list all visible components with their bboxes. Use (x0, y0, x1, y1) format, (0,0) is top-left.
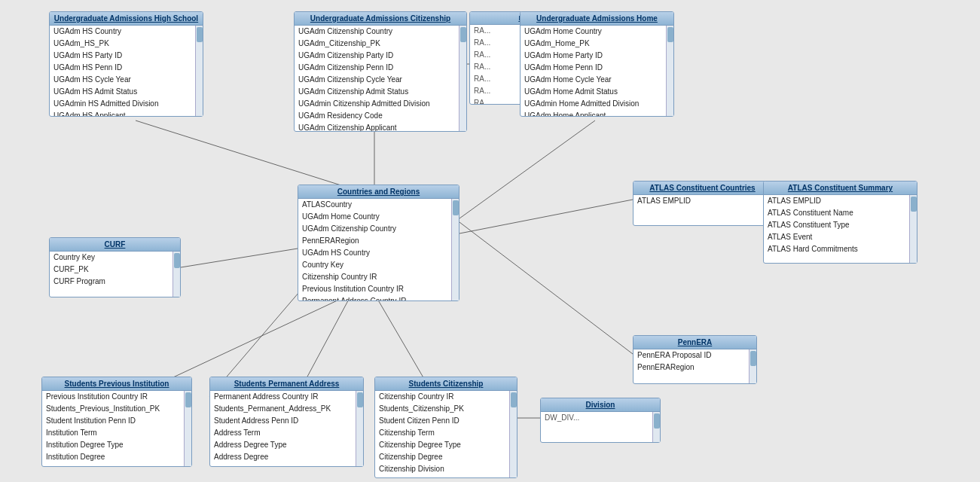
table-row[interactable]: Country Key (50, 252, 171, 264)
table-curf: CURF Country Key CURF_PK CURF Program (49, 237, 181, 297)
table-atlas-cs-header[interactable]: ATLAS Constituent Summary (764, 182, 917, 195)
table-row[interactable]: ATLASCountry (298, 199, 450, 211)
table-row[interactable]: Institution Degree Type (42, 439, 182, 451)
table-ug-hs: Undergraduate Admissions High School UGA… (49, 11, 203, 117)
table-row[interactable]: Student Institution Penn ID (42, 415, 182, 427)
table-row[interactable]: Country Key (298, 259, 450, 271)
table-ug-hs-header[interactable]: Undergraduate Admissions High School (50, 12, 203, 26)
table-row[interactable]: Citizenship Division (375, 463, 508, 475)
table-row[interactable]: Student Address Penn ID (210, 415, 354, 427)
svg-line-8 (301, 294, 352, 388)
table-ug-cit-header[interactable]: Undergraduate Admissions Citizenship (295, 12, 466, 26)
table-row[interactable]: DW_DIV... (541, 412, 651, 424)
table-row[interactable]: ATLAS Event (764, 231, 908, 243)
table-row[interactable]: UGAdm HS Admit Status (50, 86, 194, 98)
table-row[interactable]: Citizenship Degree Type (375, 439, 508, 451)
table-row[interactable]: UGAdm Citizenship Country (295, 26, 457, 38)
table-row[interactable]: UGAdm Home Country (521, 26, 664, 38)
table-row[interactable]: UGAdm HS Party ID (50, 50, 194, 62)
table-atlas-cc-header[interactable]: ATLAS Constituent Countries (633, 182, 771, 195)
table-row[interactable]: UGAdm Home Applicant (521, 110, 664, 116)
table-row[interactable]: CURF_PK (50, 264, 171, 276)
table-row[interactable]: PennERARegion (633, 362, 747, 374)
table-row[interactable]: UGAdm Citizenship Country (298, 223, 450, 235)
svg-line-5 (181, 249, 298, 267)
table-row[interactable]: Address Degree Type (210, 439, 354, 451)
table-row[interactable]: Institution Term (42, 427, 182, 439)
table-division: Division DW_DIV... (540, 398, 661, 443)
table-row[interactable]: Address Degree (210, 451, 354, 463)
svg-line-7 (151, 294, 352, 388)
table-row[interactable]: UGAdm Citizenship Cycle Year (295, 74, 457, 86)
table-row[interactable]: UGAdmin HS Admitted Division (50, 98, 194, 110)
table-students-prev-header[interactable]: Students Previous Institution (42, 377, 191, 391)
table-row[interactable]: CURF Program (50, 276, 171, 288)
table-row[interactable]: ATLAS EMPLID (764, 195, 908, 207)
svg-line-6 (459, 222, 633, 354)
table-row[interactable]: UGAdm Home Country (298, 211, 450, 223)
table-row[interactable]: UGAdmin Citizenship Admitted Division (295, 98, 457, 110)
table-ug-home: Undergraduate Admissions Home UGAdm Home… (520, 11, 674, 117)
table-row[interactable]: UGAdm HS Applicant (50, 110, 194, 116)
svg-line-1 (459, 120, 595, 218)
table-row[interactable]: Previous Institution Country IR (298, 283, 450, 295)
table-row[interactable]: Students_Permanent_Address_PK (210, 403, 354, 415)
table-curf-header[interactable]: CURF (50, 238, 180, 252)
table-row[interactable]: Permanent Address Country IR (298, 295, 450, 300)
table-row[interactable]: PennERARegion (298, 235, 450, 247)
svg-line-3 (459, 200, 633, 233)
table-row[interactable]: UGAdmin Home Admitted Division (521, 98, 664, 110)
table-students-perm: Students Permanent Address Permanent Add… (209, 377, 364, 467)
table-row[interactable]: Citizenship Term (375, 427, 508, 439)
table-row[interactable]: ATLAS Hard Commitments (764, 243, 908, 255)
table-row[interactable]: UGAdm HS Country (298, 247, 450, 259)
table-row[interactable]: PennERA Proposal ID (633, 349, 747, 362)
table-row[interactable]: UGAdm HS Cycle Year (50, 74, 194, 86)
table-pennera-header[interactable]: PennERA (633, 336, 756, 349)
table-students-cit: Students Citizenship Citizenship Country… (374, 377, 517, 478)
table-ug-cit: Undergraduate Admissions Citizenship UGA… (294, 11, 467, 132)
svg-line-9 (374, 294, 429, 388)
table-division-header[interactable]: Division (541, 398, 660, 412)
table-countries-header[interactable]: Countries and Regions (298, 185, 459, 199)
table-ug-home-header[interactable]: Undergraduate Admissions Home (521, 12, 673, 26)
table-row[interactable]: UGAdm_Home_PK (521, 38, 664, 50)
table-row[interactable]: Address Term (210, 427, 354, 439)
table-row[interactable]: UGAdm Residency Code (295, 110, 457, 122)
table-students-cit-header[interactable]: Students Citizenship (375, 377, 517, 391)
table-row[interactable]: Institution Degree (42, 451, 182, 463)
table-row[interactable]: UGAdm Home Penn ID (521, 62, 664, 74)
table-atlas-cc: ATLAS Constituent Countries ATLAS EMPLID (633, 181, 772, 226)
table-students-perm-header[interactable]: Students Permanent Address (210, 377, 363, 391)
table-row[interactable]: UGAdm_Citizenship_PK (295, 38, 457, 50)
table-row[interactable]: UGAdm Home Cycle Year (521, 74, 664, 86)
table-students-prev: Students Previous Institution Previous I… (41, 377, 192, 467)
table-row[interactable]: UGAdm HS Penn ID (50, 62, 194, 74)
table-row[interactable]: Students_Citizenship_PK (375, 403, 508, 415)
table-row[interactable]: UGAdm Citizenship Applicant (295, 122, 457, 131)
table-row[interactable]: Previous Institution Country IR (42, 391, 182, 403)
table-row[interactable]: UGAdm Home Admit Status (521, 86, 664, 98)
table-row[interactable]: UGAdm Citizenship Party ID (295, 50, 457, 62)
table-row[interactable]: Citizenship Country IR (375, 391, 508, 403)
table-row[interactable]: UGAdm Home Party ID (521, 50, 664, 62)
table-row[interactable]: UGAdm Citizenship Admit Status (295, 86, 457, 98)
table-row[interactable]: Students_Previous_Institution_PK (42, 403, 182, 415)
table-row[interactable]: Permanent Address Country IR (210, 391, 354, 403)
table-row[interactable]: UGAdm_HS_PK (50, 38, 194, 50)
table-row[interactable]: UGAdm HS Country (50, 26, 194, 38)
table-row[interactable]: UGAdm Citizenship Penn ID (295, 62, 457, 74)
canvas: Undergraduate Admissions High School UGA… (0, 0, 980, 482)
table-row[interactable]: ATLAS Constituent Name (764, 207, 908, 219)
table-row[interactable]: Student Citizen Penn ID (375, 415, 508, 427)
table-pennera: PennERA PennERA Proposal ID PennERARegio… (633, 335, 757, 384)
table-row[interactable]: Citizenship Degree (375, 451, 508, 463)
table-countries: Countries and Regions ATLASCountry UGAdm… (298, 185, 459, 301)
table-atlas-cs: ATLAS Constituent Summary ATLAS EMPLID A… (763, 181, 917, 264)
table-row[interactable]: Citizenship Country IR (298, 271, 450, 283)
table-row[interactable]: ATLAS EMPLID (633, 195, 762, 207)
table-row[interactable]: ATLAS Constituent Type (764, 219, 908, 231)
